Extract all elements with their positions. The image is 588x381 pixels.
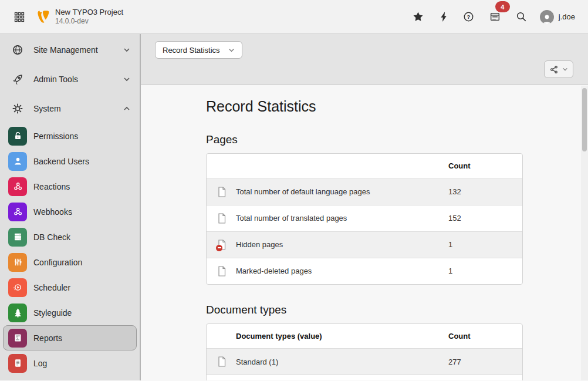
notification-badge: 4 bbox=[495, 1, 510, 12]
user-icon bbox=[8, 152, 27, 171]
app-version: 14.0.0-dev bbox=[55, 17, 123, 26]
table-row: Total number of default language pages 1… bbox=[207, 178, 522, 205]
sidebar-item-label: Scheduler bbox=[33, 283, 70, 292]
count-header: Count bbox=[439, 324, 522, 349]
chevron-down-icon bbox=[562, 66, 568, 72]
play-circle-icon bbox=[8, 278, 27, 297]
doctypes-heading: Document types bbox=[206, 304, 523, 316]
avatar bbox=[540, 10, 554, 24]
table-row: Backend User Section (6) 0 bbox=[207, 375, 522, 381]
section-label: Site Management bbox=[33, 45, 98, 55]
empty-header bbox=[207, 154, 439, 178]
sidebar-item-label: Reports bbox=[33, 333, 62, 343]
row-label: Total number of default language pages bbox=[227, 178, 439, 205]
report-select-dropdown[interactable]: Record Statistics bbox=[155, 41, 242, 59]
grid-icon bbox=[14, 12, 25, 22]
sliders-icon bbox=[8, 253, 27, 272]
pages-table-card: Count Total number of default langu bbox=[206, 153, 523, 285]
sidebar-item-label: Configuration bbox=[33, 258, 82, 267]
sidebar-item-label: Webhooks bbox=[33, 207, 72, 217]
user-menu[interactable]: j.doe bbox=[540, 10, 575, 24]
content-scrollbar-track bbox=[581, 86, 588, 380]
page-icon bbox=[217, 356, 227, 367]
gear-icon bbox=[12, 103, 23, 114]
pages-heading: Pages bbox=[206, 133, 523, 146]
lock-icon bbox=[8, 127, 27, 146]
report-select-label: Record Statistics bbox=[163, 46, 220, 55]
section-label: System bbox=[33, 104, 61, 113]
row-label: Backend User Section (6) bbox=[227, 375, 439, 381]
username: j.doe bbox=[559, 12, 575, 21]
count-header: Count bbox=[439, 154, 522, 178]
sidebar-item-label: Backend Users bbox=[33, 157, 89, 166]
sidebar-item-scheduler[interactable]: Scheduler bbox=[3, 275, 137, 300]
help-icon: ? bbox=[463, 11, 474, 22]
sidebar-item-label: Log bbox=[33, 359, 47, 368]
sidebar-item-reports[interactable]: Reports bbox=[3, 325, 137, 350]
row-count: 1 bbox=[439, 231, 522, 258]
list-icon bbox=[489, 11, 501, 22]
sidebar-item-log[interactable]: Log bbox=[3, 350, 137, 376]
bookmarks-button[interactable] bbox=[410, 9, 426, 25]
sidebar-item-configuration[interactable]: Configuration bbox=[3, 249, 137, 275]
module-menu-button[interactable] bbox=[12, 9, 27, 25]
chevron-down-icon bbox=[123, 76, 130, 83]
row-count: 152 bbox=[439, 205, 522, 231]
database-icon bbox=[8, 228, 27, 247]
page-hidden-icon bbox=[217, 240, 227, 250]
report-chart-icon bbox=[8, 329, 27, 348]
sidebar-item-styleguide[interactable]: Styleguide bbox=[3, 300, 137, 325]
doctypes-table-card: Document types (value) Count bbox=[206, 323, 523, 381]
row-label: Total number of translated pages bbox=[227, 205, 439, 231]
app-title: New TYPO3 Project bbox=[55, 8, 123, 17]
tree-icon bbox=[8, 304, 27, 322]
sidebar-item-label: Reactions bbox=[33, 182, 70, 191]
row-count: 277 bbox=[439, 349, 522, 375]
help-button[interactable]: ? bbox=[461, 9, 477, 25]
globe-icon bbox=[12, 44, 23, 56]
sidebar-item-webhooks[interactable]: Webhooks bbox=[3, 199, 137, 224]
system-information-button[interactable]: 4 bbox=[487, 9, 503, 25]
chevron-up-icon bbox=[123, 105, 130, 112]
molecule-icon bbox=[8, 177, 27, 196]
row-count: 132 bbox=[439, 178, 522, 205]
rocket-icon bbox=[12, 73, 23, 85]
doctypes-value-header: Document types (value) bbox=[207, 324, 439, 349]
content-scrollbar-thumb[interactable] bbox=[582, 88, 587, 151]
row-label: Marked-deleted pages bbox=[227, 258, 439, 284]
chevron-down-icon bbox=[228, 47, 235, 53]
module-menu: Site Management Admin Tools bbox=[0, 34, 141, 380]
svg-text:?: ? bbox=[467, 14, 470, 20]
hidden-overlay-icon bbox=[216, 245, 222, 251]
search-icon bbox=[516, 11, 527, 22]
table-header-row: Count bbox=[207, 154, 522, 178]
sidebar-item-label: Styleguide bbox=[33, 308, 72, 318]
sidebar-item-label: DB Check bbox=[33, 232, 70, 242]
page-title: Record Statistics bbox=[206, 98, 523, 114]
sidebar-item-label: Permissions bbox=[33, 132, 78, 141]
table-row: Standard (1) 277 bbox=[207, 349, 522, 375]
sidebar-item-reactions[interactable]: Reactions bbox=[3, 174, 137, 199]
sidebar-section-system[interactable]: System bbox=[0, 94, 140, 123]
clipboard-icon bbox=[8, 354, 27, 373]
page-icon bbox=[217, 213, 227, 224]
module-body: Record Statistics Pages Count bbox=[141, 85, 588, 380]
sidebar-item-backend-users[interactable]: Backend Users bbox=[3, 149, 137, 174]
search-button[interactable] bbox=[513, 9, 529, 25]
share-nodes-icon bbox=[550, 65, 558, 74]
sidebar-section-admin-tools[interactable]: Admin Tools bbox=[0, 65, 140, 94]
row-label: Standard (1) bbox=[227, 349, 439, 375]
table-row: Total number of translated pages 152 bbox=[207, 205, 522, 231]
chevron-down-icon bbox=[123, 46, 130, 53]
sidebar-item-permissions[interactable]: Permissions bbox=[3, 123, 137, 149]
table-header-row: Document types (value) Count bbox=[207, 324, 522, 349]
bolt-icon bbox=[439, 11, 448, 22]
page-icon bbox=[217, 266, 227, 277]
row-count: 0 bbox=[439, 375, 522, 381]
clear-cache-button[interactable] bbox=[437, 9, 450, 25]
sidebar-section-site-management[interactable]: Site Management bbox=[0, 35, 140, 65]
share-button[interactable] bbox=[544, 60, 573, 78]
sidebar-item-db-check[interactable]: DB Check bbox=[3, 224, 137, 249]
brand[interactable]: New TYPO3 Project 14.0.0-dev bbox=[36, 8, 123, 26]
section-label: Admin Tools bbox=[33, 75, 78, 84]
